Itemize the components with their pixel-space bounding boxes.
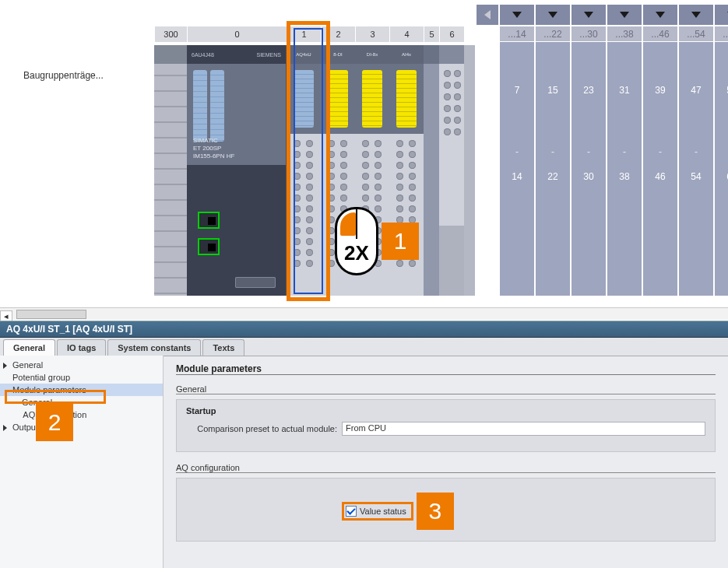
ext-col-hdr: ...14 <box>500 26 534 42</box>
aq-config-group: Value status 3 <box>176 478 716 542</box>
content-area: Module parameters General Startup Compar… <box>164 356 728 568</box>
ext-col-expand[interactable] <box>713 5 728 25</box>
cpu-product-text: SIMATIC ET 200SP IM155-6PN HF <box>193 137 234 160</box>
ext-col[interactable]: ...22 15 - 22 <box>534 26 570 296</box>
tab-system-constants[interactable]: System constants <box>107 339 201 356</box>
module-strip-icon <box>294 70 314 128</box>
callout-2-highlight <box>5 390 106 404</box>
ext-col-expand[interactable] <box>677 5 713 25</box>
ext-col-expand[interactable] <box>606 5 642 25</box>
module-strip-icon <box>328 70 348 128</box>
slot-head-4: 4 <box>389 26 424 42</box>
double-click-indicator: 2X 1 <box>335 207 419 275</box>
slot-head-3: 3 <box>355 26 389 42</box>
cpu-module[interactable]: 6AU4J48 SIEMENS SIMATIC ET 200SP IM155-6… <box>187 45 287 296</box>
module-slot-6[interactable] <box>439 45 464 296</box>
value-status-checkbox[interactable] <box>346 506 357 517</box>
ext-col[interactable]: ...46 39 - 46 <box>642 26 677 296</box>
callout-2: 2 <box>36 404 73 441</box>
comparison-label: Comparison preset to actual module: <box>186 424 342 433</box>
callout-1: 1 <box>382 223 419 260</box>
nav-output[interactable]: Output 0 - 3 <box>0 421 163 433</box>
content-heading: Module parameters <box>176 363 716 375</box>
mod-head: AQ4xU <box>287 45 321 64</box>
slot-head-6: 6 <box>439 26 464 42</box>
rack-label: Baugruppenträge... <box>23 70 104 81</box>
ext-col-expand[interactable] <box>498 5 534 25</box>
module-slot-5[interactable] <box>424 45 439 296</box>
rack: 6AU4J48 SIEMENS SIMATIC ET 200SP IM155-6… <box>154 45 475 296</box>
callout-3-highlight: Value status <box>342 502 413 521</box>
cpu-lower <box>187 165 286 296</box>
aq-config-heading: AQ configuration <box>176 463 716 473</box>
module-strip-icon <box>362 70 382 128</box>
cpu-led-strip <box>210 70 224 142</box>
slot-head-2: 2 <box>321 26 355 42</box>
ext-header <box>475 5 728 25</box>
slot-head-5: 5 <box>424 26 439 42</box>
nav-potential-group[interactable]: Potential group <box>0 371 163 384</box>
ethernet-port-icon[interactable] <box>198 212 220 229</box>
cpu-chip-icon <box>235 277 276 288</box>
ext-col-expand[interactable] <box>642 5 677 25</box>
scrollbar-thumb[interactable] <box>16 310 86 319</box>
ext-col[interactable]: ...65 55 - 65 <box>713 26 728 296</box>
mouse-left-button-icon <box>340 212 356 236</box>
nav-tree: General Potential group Module parameter… <box>0 356 164 568</box>
terminal-block <box>287 134 321 296</box>
ext-col[interactable]: ...38 31 - 38 <box>606 26 642 296</box>
module-slot-1[interactable]: AQ4xU <box>287 45 321 296</box>
rail-300[interactable] <box>154 45 187 296</box>
cpu-left-label: 6AU4J48 <box>192 52 214 58</box>
ext-col[interactable]: ...30 23 - 30 <box>570 26 606 296</box>
tab-io-tags[interactable]: IO tags <box>57 339 106 356</box>
properties-panel: AQ 4xU/I ST_1 [AQ 4xU/I ST] General IO t… <box>0 321 728 568</box>
device-view: 300 0 1 2 3 4 5 6 ...14 7 - 14 ...22 15 … <box>0 0 728 319</box>
slot-head-1: 1 <box>287 26 321 42</box>
nav-general[interactable]: General <box>0 359 163 371</box>
ext-col-low: 14 <box>500 165 534 188</box>
cpu-led-strip <box>193 70 207 142</box>
comparison-value[interactable]: From CPU <box>342 422 705 436</box>
caret-icon <box>3 425 7 431</box>
cpu-brand: SIEMENS <box>256 52 281 58</box>
ext-col[interactable]: ...14 7 - 14 <box>498 26 534 296</box>
ext-col-expand[interactable] <box>534 5 570 25</box>
ext-col[interactable]: ...54 47 - 54 <box>677 26 713 296</box>
ext-columns: ...14 7 - 14 ...22 15 - 22 ...30 23 - 30… <box>498 26 728 296</box>
value-status-label: Value status <box>360 507 406 516</box>
content-sub-general: General <box>176 384 716 394</box>
horizontal-scrollbar[interactable]: ◂ <box>0 307 728 320</box>
caret-icon <box>3 363 7 369</box>
mouse-icon: 2X <box>335 207 378 275</box>
tab-texts[interactable]: Texts <box>202 339 244 356</box>
ethernet-port-icon[interactable] <box>198 238 220 255</box>
nav-mp-aq-config[interactable]: AAQ configuration <box>0 408 163 421</box>
mouse-text: 2X <box>337 241 376 265</box>
module-strip-icon <box>396 70 417 128</box>
startup-heading: Startup <box>186 406 705 415</box>
slot-head-0: 0 <box>187 26 287 42</box>
tab-general[interactable]: General <box>3 339 55 356</box>
callout-3: 3 <box>417 493 454 530</box>
tab-bar: General IO tags System constants Texts <box>0 338 728 356</box>
startup-group: Startup Comparison preset to actual modu… <box>176 399 716 452</box>
ext-col-expand[interactable] <box>570 5 606 25</box>
ext-col-mid: 7 <box>500 42 534 138</box>
ext-col-dash: - <box>500 138 534 165</box>
scroll-left-button[interactable] <box>475 5 498 25</box>
panel-title: AQ 4xU/I ST_1 [AQ 4xU/I ST] <box>0 321 728 338</box>
slot-head-300: 300 <box>154 26 187 42</box>
